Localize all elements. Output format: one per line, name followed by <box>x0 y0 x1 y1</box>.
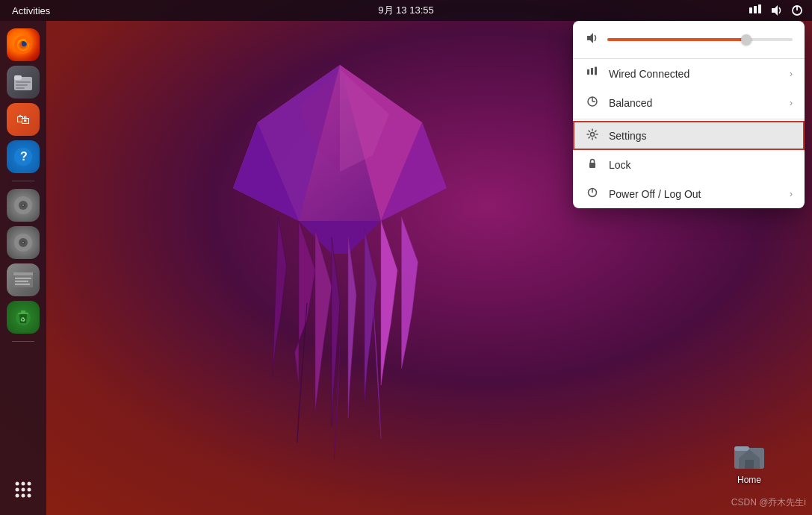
svg-marker-15 <box>373 299 381 439</box>
dock-item-disc1[interactable] <box>7 189 40 222</box>
dock-item-disc2[interactable] <box>7 226 40 259</box>
svg-marker-7 <box>315 229 332 410</box>
power-tray-icon[interactable] <box>788 1 806 19</box>
wired-label: Wired Connected <box>609 68 790 80</box>
svg-point-54 <box>22 482 25 486</box>
home-folder-icon[interactable]: Home <box>731 436 767 485</box>
svg-point-56 <box>16 488 19 492</box>
svg-rect-30 <box>16 81 31 83</box>
svg-point-53 <box>16 482 19 486</box>
volume-slider[interactable] <box>607 38 793 41</box>
lock-icon <box>585 157 600 172</box>
dock-item-appstore[interactable]: 🛍 <box>7 103 40 136</box>
poweroff-icon <box>585 187 600 201</box>
system-menu: Wired Connected › Balanced › <box>573 21 805 208</box>
svg-rect-63 <box>587 69 589 75</box>
menu-item-wired[interactable]: Wired Connected › <box>573 59 805 88</box>
svg-point-57 <box>22 488 25 492</box>
menu-item-poweroff[interactable]: Power Off / Log Out › <box>573 179 805 208</box>
activities-button[interactable]: Activities <box>6 0 56 21</box>
svg-marker-13 <box>402 217 418 369</box>
watermark: CSDN @乔木先生i <box>731 496 806 509</box>
svg-rect-31 <box>16 84 28 86</box>
svg-rect-48 <box>15 284 30 285</box>
poweroff-label: Power Off / Log Out <box>609 188 790 200</box>
settings-label: Settings <box>609 130 793 142</box>
dock-item-files[interactable] <box>7 66 40 99</box>
svg-point-60 <box>22 494 25 498</box>
volume-slider-fill <box>607 38 746 41</box>
svg-marker-11 <box>381 221 397 385</box>
svg-point-55 <box>28 482 31 486</box>
svg-rect-51 <box>21 310 25 313</box>
menu-item-settings[interactable]: Settings <box>573 121 805 150</box>
svg-point-61 <box>28 494 31 498</box>
svg-rect-50 <box>18 313 28 314</box>
dock-separator-2 <box>12 341 34 342</box>
volume-tray-icon[interactable] <box>767 1 785 19</box>
svg-rect-32 <box>16 87 25 89</box>
svg-point-39 <box>22 205 24 206</box>
svg-point-43 <box>22 242 24 243</box>
svg-rect-19 <box>749 7 752 13</box>
volume-control-row <box>573 21 805 59</box>
svg-marker-62 <box>587 33 593 43</box>
topbar-left: Activities <box>6 0 56 21</box>
svg-point-69 <box>591 133 595 137</box>
svg-rect-21 <box>758 4 761 13</box>
svg-marker-6 <box>295 221 316 385</box>
menu-item-lock[interactable]: Lock <box>573 150 805 179</box>
svg-rect-46 <box>15 278 31 279</box>
lock-label: Lock <box>609 159 793 171</box>
svg-marker-22 <box>772 5 778 16</box>
volume-icon <box>585 31 598 48</box>
topbar: Activities 9月 13 13:55 <box>0 0 812 21</box>
menu-separator-1 <box>573 119 805 119</box>
svg-point-58 <box>28 488 31 492</box>
network-tray-icon[interactable] <box>746 1 764 19</box>
svg-rect-47 <box>15 281 28 282</box>
svg-rect-29 <box>14 75 22 80</box>
dock-item-filemanager[interactable] <box>7 263 40 296</box>
svg-marker-10 <box>365 229 377 402</box>
poweroff-arrow: › <box>790 189 793 199</box>
balanced-icon <box>585 96 600 110</box>
network-icon <box>585 66 600 81</box>
dock-item-show-apps[interactable] <box>7 473 40 506</box>
topbar-datetime: 9月 13 13:55 <box>378 4 433 17</box>
svg-rect-65 <box>595 67 597 75</box>
svg-marker-8 <box>332 237 340 426</box>
svg-marker-9 <box>348 237 356 418</box>
dock-separator-1 <box>12 181 34 181</box>
svg-text:?: ? <box>20 150 28 163</box>
desktop: Activities 9月 13 13:55 <box>0 0 812 515</box>
svg-point-59 <box>16 494 19 498</box>
svg-rect-45 <box>13 272 33 275</box>
home-label: Home <box>737 475 761 485</box>
jellyfish-artwork <box>134 37 545 470</box>
volume-slider-thumb <box>741 34 751 45</box>
svg-text:♻: ♻ <box>20 316 25 323</box>
menu-item-balanced[interactable]: Balanced › <box>573 88 805 117</box>
dock-item-help[interactable]: ? <box>7 140 40 173</box>
home-folder-graphic <box>731 436 767 472</box>
svg-text:🛍: 🛍 <box>16 112 30 127</box>
svg-marker-12 <box>273 217 287 378</box>
topbar-right <box>746 1 806 19</box>
balanced-arrow: › <box>790 98 793 108</box>
dock-item-firefox[interactable] <box>7 28 40 61</box>
svg-rect-70 <box>589 163 595 168</box>
dock: 🛍 ? <box>0 21 46 515</box>
svg-rect-64 <box>591 68 593 75</box>
settings-icon <box>585 128 600 143</box>
balanced-label: Balanced <box>609 97 790 109</box>
svg-rect-20 <box>754 6 757 13</box>
dock-item-trash[interactable]: ♻ <box>7 301 40 334</box>
wired-arrow: › <box>790 69 793 79</box>
svg-rect-75 <box>745 460 754 469</box>
svg-rect-74 <box>734 446 749 451</box>
